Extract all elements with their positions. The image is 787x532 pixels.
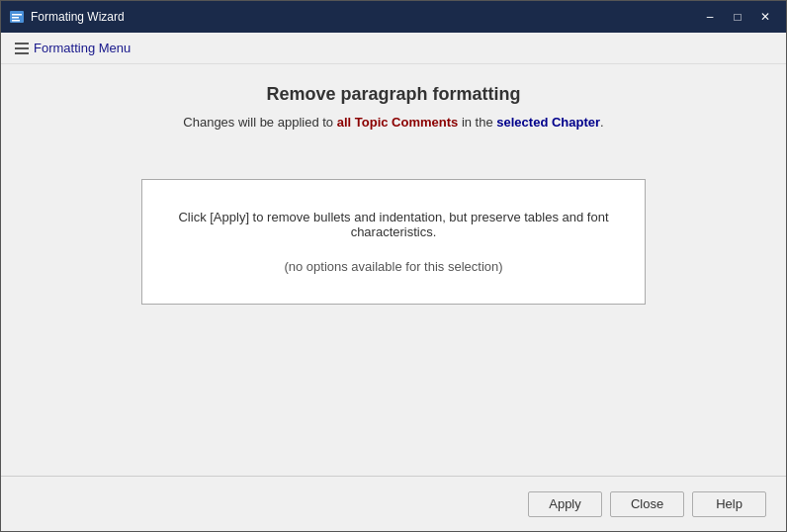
selected-chapter-text: selected Chapter — [496, 115, 600, 130]
main-window: Formating Wizard – □ ✕ Formatting Menu R… — [0, 0, 787, 532]
svg-rect-3 — [12, 20, 20, 22]
subtitle-middle: in the — [458, 115, 496, 130]
topic-comments-text: all Topic Comments — [337, 115, 459, 130]
title-bar: Formating Wizard – □ ✕ — [1, 1, 786, 33]
formatting-menu-label: Formatting Menu — [34, 41, 131, 55]
window-title: Formating Wizard — [31, 10, 697, 24]
help-button[interactable]: Help — [692, 491, 766, 517]
app-icon — [9, 9, 25, 25]
svg-rect-1 — [12, 14, 22, 16]
hamburger-line-2 — [15, 47, 29, 49]
window-body: Formatting Menu Remove paragraph formatt… — [1, 33, 786, 531]
subtitle: Changes will be applied to all Topic Com… — [183, 115, 603, 130]
info-box-note: (no options available for this selection… — [172, 259, 615, 274]
hamburger-icon — [15, 43, 29, 54]
minimize-button[interactable]: – — [697, 7, 723, 27]
hamburger-line-3 — [15, 52, 29, 54]
formatting-menu-item[interactable]: Formatting Menu — [9, 38, 136, 58]
window-controls: – □ ✕ — [697, 7, 778, 27]
svg-rect-2 — [12, 17, 19, 19]
footer: Apply Close Help — [1, 476, 786, 531]
info-box-text: Click [Apply] to remove bullets and inde… — [172, 210, 615, 239]
apply-button[interactable]: Apply — [528, 491, 602, 517]
page-title: Remove paragraph formatting — [266, 84, 520, 105]
maximize-button[interactable]: □ — [725, 7, 750, 27]
close-button-footer[interactable]: Close — [610, 491, 684, 517]
subtitle-suffix: . — [600, 115, 604, 130]
info-box: Click [Apply] to remove bullets and inde… — [141, 179, 646, 305]
content-area: Remove paragraph formatting Changes will… — [1, 64, 786, 476]
menu-bar: Formatting Menu — [1, 33, 786, 64]
close-button[interactable]: ✕ — [752, 7, 778, 27]
subtitle-prefix: Changes will be applied to — [183, 115, 336, 130]
hamburger-line-1 — [15, 43, 29, 44]
